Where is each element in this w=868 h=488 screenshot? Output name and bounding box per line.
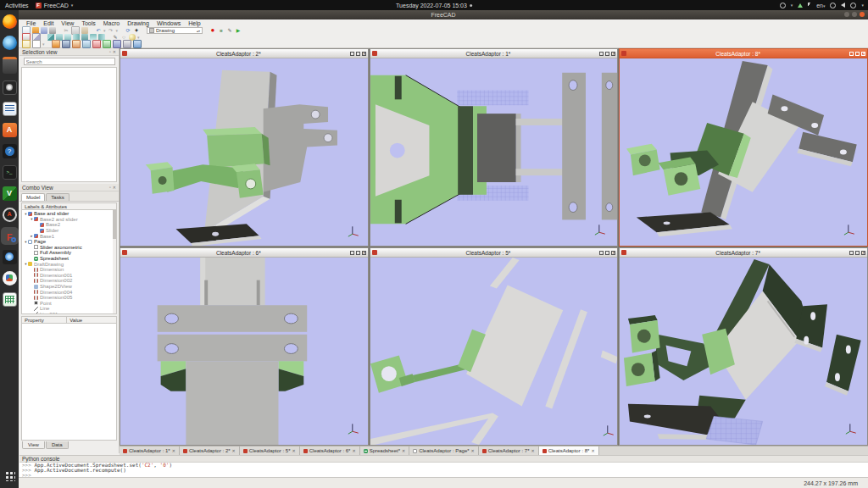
app-menu[interactable]: F FreeCAD ▾ (36, 3, 74, 8)
document-tab[interactable]: CleatsAdaptor : 6*✕ (300, 446, 360, 455)
document-tab[interactable]: CleatsAdaptor : Page*✕ (409, 446, 479, 455)
calc-dock-icon[interactable] (3, 292, 17, 307)
menu-macro[interactable]: Macro (103, 20, 120, 26)
child-minimize-button[interactable] (350, 251, 354, 255)
drawing-annotation-icon[interactable] (62, 40, 70, 48)
redo-icon[interactable]: ↷ (108, 27, 114, 34)
visibility-checkbox[interactable] (34, 251, 38, 255)
drawing-open-browser-icon[interactable] (133, 40, 142, 48)
child-window-titlebar[interactable]: CleatsAdaptor : 7* ✕ (620, 248, 867, 258)
3d-view-canvas[interactable] (120, 258, 368, 445)
selection-list[interactable] (21, 67, 117, 182)
tree-scrollbar[interactable] (113, 210, 116, 313)
tab-close-icon[interactable]: ✕ (531, 448, 534, 453)
save-document-icon[interactable] (41, 27, 47, 34)
tab-data[interactable]: Data (46, 441, 69, 449)
child-maximize-button[interactable] (855, 251, 860, 255)
visibility-checkbox[interactable] (34, 245, 38, 249)
software-dock-icon[interactable]: A (3, 123, 17, 137)
activities-button[interactable]: Activities (5, 3, 29, 8)
minimize-button[interactable] (844, 12, 849, 17)
child-close-button[interactable]: ✕ (861, 251, 865, 255)
tree-item[interactable]: ▾Page (22, 239, 116, 245)
tree-item[interactable]: ▾Base and slider (22, 211, 116, 217)
redo-dropdown-icon[interactable]: ▾ (116, 28, 119, 33)
tab-close-icon[interactable]: ✕ (292, 448, 296, 453)
child-window-titlebar[interactable]: CleatsAdaptor : 5* ✕ (370, 248, 618, 258)
child-minimize-button[interactable] (849, 52, 854, 56)
tree-item[interactable]: Full Assembly (22, 250, 116, 256)
tab-close-icon[interactable]: ✕ (471, 448, 475, 453)
bluetooth-icon[interactable] (808, 3, 811, 8)
child-window-titlebar[interactable]: CleatsAdaptor : 8* ✕ (620, 49, 867, 58)
tree-item[interactable]: Dimension (22, 267, 116, 273)
maximize-button[interactable] (852, 12, 857, 17)
network-icon[interactable] (798, 3, 803, 8)
paste-icon[interactable] (81, 27, 88, 34)
child-minimize-button[interactable] (849, 251, 854, 255)
panel-close-icon[interactable]: ✕ (113, 185, 116, 190)
child-close-button[interactable]: ✕ (362, 251, 366, 255)
thunderbird-dock-icon[interactable] (3, 36, 17, 50)
tree-item[interactable]: Line (22, 306, 116, 312)
drawing-landscape-icon[interactable] (32, 40, 41, 48)
drawing-symbol-icon[interactable] (82, 40, 91, 48)
tab-close-icon[interactable]: ✕ (172, 448, 175, 453)
combo-view-titlebar[interactable]: Combo View ▫✕ (19, 184, 119, 191)
tree-item[interactable]: Slider (22, 228, 116, 234)
document-tab[interactable]: CleatsAdaptor : 8*✕ (539, 446, 599, 455)
macro-play-icon[interactable]: ▶ (235, 27, 242, 34)
child-maximize-button[interactable] (356, 251, 360, 255)
child-minimize-button[interactable] (350, 52, 354, 56)
property-column-label[interactable]: Property (22, 317, 67, 323)
tree-item[interactable]: Point (22, 301, 116, 307)
keyboard-indicator-icon[interactable] (780, 3, 786, 8)
document-tab[interactable]: Spreadsheet*✕ (360, 446, 410, 455)
writer-dock-icon[interactable] (3, 102, 17, 116)
tab-tasks[interactable]: Tasks (46, 193, 69, 201)
show-applications-icon[interactable] (4, 470, 15, 481)
child-window-titlebar[interactable]: CleatsAdaptor : 2* ✕ (120, 49, 368, 58)
appblue-dock-icon[interactable] (3, 250, 17, 264)
tree-item[interactable]: Line001 (22, 312, 116, 314)
value-column-label[interactable]: Value (67, 317, 82, 323)
cut-icon[interactable]: ✂ (63, 27, 70, 34)
drawing-page-dropdown-icon[interactable]: ▾ (42, 42, 45, 47)
tree-item[interactable]: Dimension001 (22, 273, 116, 279)
menu-file[interactable]: File (26, 20, 36, 26)
tab-close-icon[interactable]: ✕ (402, 448, 405, 453)
volume-icon[interactable] (841, 3, 845, 8)
child-maximize-button[interactable] (605, 251, 609, 255)
menu-windows[interactable]: Windows (157, 20, 181, 26)
print-icon[interactable] (49, 27, 56, 34)
child-maximize-button[interactable] (605, 52, 609, 56)
menu-drawing[interactable]: Drawing (127, 20, 149, 26)
tree-item[interactable]: Spreadsheet (22, 256, 116, 262)
menu-edit[interactable]: Edit (43, 20, 53, 26)
help-dock-icon[interactable] (3, 144, 17, 158)
document-tab[interactable]: CleatsAdaptor : 7*✕ (479, 446, 539, 455)
whats-this-icon[interactable]: ✦ (133, 27, 140, 34)
child-close-button[interactable]: ✕ (611, 52, 615, 56)
menu-tools[interactable]: Tools (81, 20, 95, 26)
tree-item[interactable]: Shape2DView (22, 284, 116, 290)
tab-close-icon[interactable]: ✕ (591, 448, 594, 453)
3d-view-canvas[interactable] (370, 58, 618, 246)
refresh-icon[interactable]: ⟳ (125, 27, 131, 34)
drawing-draft-view-icon[interactable] (92, 40, 101, 48)
panel-float-icon[interactable]: ▫ (109, 49, 111, 54)
undo-icon[interactable]: ↶ (95, 27, 102, 34)
child-window-titlebar[interactable]: CleatsAdaptor : 6* ✕ (120, 248, 368, 258)
tree-item[interactable]: Dimension005 (22, 295, 116, 301)
child-maximize-button[interactable] (855, 52, 860, 56)
document-tab[interactable]: CleatsAdaptor : 5*✕ (240, 446, 300, 455)
tab-view[interactable]: View (22, 441, 45, 449)
child-close-button[interactable]: ✕ (861, 52, 865, 56)
firefox-dock-icon[interactable] (3, 14, 17, 29)
document-tab[interactable]: CleatsAdaptor : 1*✕ (120, 446, 180, 455)
tab-close-icon[interactable]: ✕ (232, 448, 236, 453)
search-input[interactable] (24, 58, 115, 65)
child-close-button[interactable]: ✕ (611, 251, 615, 255)
tree-item[interactable]: ▾Base2 and slider (22, 217, 116, 223)
child-window-titlebar[interactable]: CleatsAdaptor : 1* ✕ (370, 49, 618, 58)
